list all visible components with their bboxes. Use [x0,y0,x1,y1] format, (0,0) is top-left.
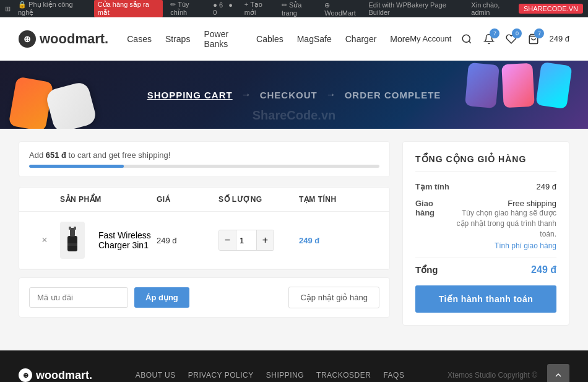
shipping-text-prefix: Add [29,150,46,160]
product-cell: Fast Wireless Charger 3in1 [60,222,157,259]
cart-price: 249 đ [549,34,569,43]
main-content: Add 651 đ to cart and get free shipping!… [0,129,588,338]
sharecode-badge: SHARECODE.VN [519,4,583,14]
qty-increase-button[interactable]: + [257,230,274,250]
shipping-calc-link[interactable]: Tính phí giao hàng [454,241,556,250]
qty-decrease-button[interactable]: − [219,230,236,250]
logo-text: woodmart. [40,31,108,47]
case-decoration-1 [465,63,499,108]
airpods-decoration [45,80,98,129]
cart-section: Add 651 đ to cart and get free shipping!… [19,141,390,326]
price-cell: 249 đ [157,236,218,245]
shipping-progress-fill [29,165,124,168]
cart-actions: Áp dụng Cập nhật giỏ hàng [19,277,390,318]
shipping-detail: Tùy chọn giao hàng sẽ được cập nhật tron… [454,208,556,239]
subtotal-label: Tạm tính [415,182,449,191]
apply-coupon-button[interactable]: Áp dụng [134,287,189,308]
nav-magsafe[interactable]: MagSafe [297,34,332,44]
breadcrumb-order-complete[interactable]: ORDER COMPLETE [345,90,441,100]
case-decoration-2 [501,63,535,108]
remove-cell: × [29,235,60,246]
notifications-icon[interactable]: 7 [482,32,496,46]
total-value: 249 đ [531,264,556,276]
svg-rect-6 [67,243,77,246]
product-image [60,222,85,259]
qty-input[interactable] [236,230,257,250]
nav-charger[interactable]: Charger [345,34,377,44]
banner: SHOPPING CART → CHECKOUT → ORDER COMPLET… [0,61,588,129]
coupon-input[interactable] [29,287,128,308]
update-cart-button[interactable]: Cập nhật giỏ hàng [288,287,379,308]
phone-case-decoration [9,76,54,129]
admin-edit[interactable]: ✏ Sửa trang [282,1,317,17]
my-account-link[interactable]: My Account [410,34,451,43]
admin-builder[interactable]: Edit with WPBakery Page Builder [368,1,464,16]
col-header-subtotal: TẠM TÍNH [299,195,379,204]
remove-item-button[interactable]: × [41,235,47,246]
product-name: Fast Wireless Charger 3in1 [98,230,157,250]
banner-watermark: ShareCode.vn [253,108,335,123]
qty-control: − + [218,230,274,251]
admin-right: Xin chào, admin SHARECODE.VN [471,1,583,16]
shipping-amount: 651 đ [46,150,66,160]
wishlist-badge: 0 [512,28,522,38]
total-row: Tổng 249 đ [415,264,556,276]
header-right: My Account 7 0 7 249 đ [410,32,569,46]
cart-table: SẢN PHẨM GIÁ SỐ LƯỢNG TẠM TÍNH × [19,187,390,270]
breadcrumb-checkout[interactable]: CHECKOUT [260,90,318,100]
qty-cell: − + [218,230,299,251]
footer-copyright: Xtemos Studio Copyright © [447,371,537,380]
wp-icon: ⊞ [5,5,11,13]
footer-faqs[interactable]: FAQS [383,371,404,380]
admin-comments: ● 6 ● 0 [213,1,237,16]
admin-new[interactable]: + Tạo mới [244,1,274,17]
charger-product-icon [60,225,85,256]
wishlist-icon[interactable]: 0 [504,32,518,46]
breadcrumb-nav: SHOPPING CART → CHECKOUT → ORDER COMPLET… [147,89,441,100]
case-decoration-3 [535,62,572,109]
footer-links: ABOUT US PRIVACY POLICY SHIPPING TRACKOS… [136,371,405,380]
breadcrumb-cart[interactable]: SHOPPING CART [147,90,233,100]
subtotal-row: Tạm tính 249 đ [415,182,556,191]
nav-cases[interactable]: Cases [127,34,152,44]
nav-more[interactable]: More [390,34,410,44]
subtotal-value: 249 đ [536,182,556,191]
logo[interactable]: ⊕ woodmart. [19,30,108,48]
footer-trackorder[interactable]: TRACKOSDER [316,371,371,380]
summary-title: TỔNG CỘNG GIỎ HÀNG [415,154,556,172]
footer-about[interactable]: ABOUT US [136,371,176,380]
footer-logo: ⊕ woodmart. [19,368,92,382]
svg-rect-4 [69,227,71,230]
banner-products-left [12,67,124,129]
nav-straps[interactable]: Straps [165,34,190,44]
checkout-button[interactable]: Tiến hành thanh toán [415,285,556,313]
breadcrumb-arrow-1: → [241,89,251,100]
search-icon[interactable] [460,32,473,46]
scroll-top-button[interactable] [547,364,569,382]
total-label: Tổng [415,264,438,276]
cart-badge: 7 [534,28,544,38]
shipping-right: Free shipping Tùy chọn giao hàng sẽ được… [454,199,556,250]
shipping-progress-container [29,165,379,168]
footer-shipping[interactable]: SHIPPING [266,371,304,380]
cart-icon[interactable]: 7 [527,32,540,46]
col-header-price: GIÁ [157,195,218,204]
admin-site-label: 🔒 Phụ kiện công nghệ [18,1,87,17]
svg-point-0 [463,35,470,42]
cart-table-header: SẢN PHẨM GIÁ SỐ LƯỢNG TẠM TÍNH [19,188,389,212]
order-summary: TỔNG CỘNG GIỎ HÀNG Tạm tính 249 đ Giao h… [402,141,569,326]
nav-power-banks[interactable]: Power Banks [204,29,243,49]
footer-logo-icon: ⊕ [19,368,32,382]
shipping-label: Giao hàng [415,199,454,250]
logo-icon: ⊕ [19,30,36,48]
admin-customize[interactable]: ✏ Tùy chỉnh [170,1,205,17]
footer-logo-text: woodmart. [36,369,92,382]
footer-privacy[interactable]: PRIVACY POLICY [188,371,254,380]
admin-woodmart[interactable]: ⊕ WoodMart [324,1,361,17]
admin-store-label: Cửa hàng sắp ra mắt [94,0,163,17]
summary-divider [415,258,556,258]
col-header-qty: SỐ LƯỢNG [218,195,299,204]
shipping-notice: Add 651 đ to cart and get free shipping! [19,141,390,177]
nav-cables[interactable]: Cables [256,34,283,44]
breadcrumb-arrow-2: → [326,89,336,100]
